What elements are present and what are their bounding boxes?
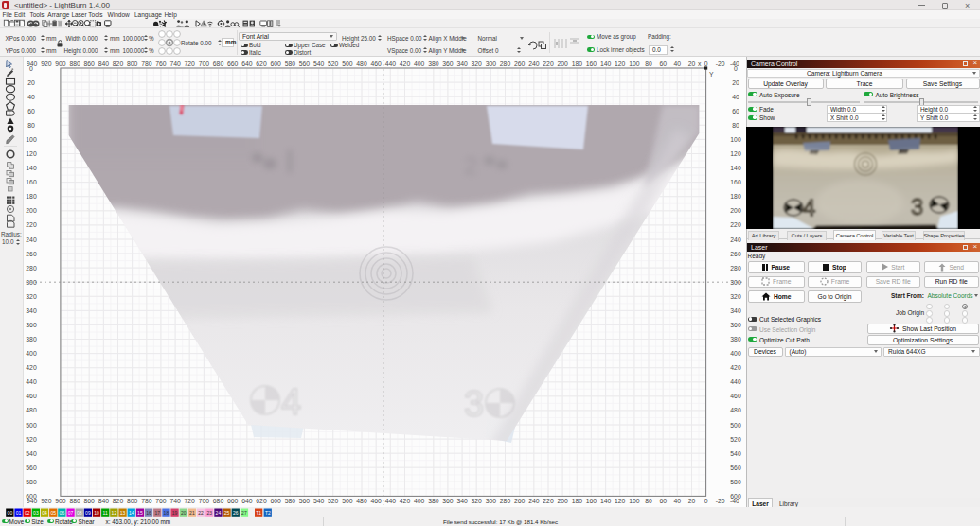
svg-text:600: 600 xyxy=(730,493,741,500)
svg-text:500: 500 xyxy=(342,498,353,504)
svg-text:900: 900 xyxy=(55,498,66,504)
svg-text:200: 200 xyxy=(557,498,568,504)
svg-text:480: 480 xyxy=(356,498,367,504)
svg-text:200: 200 xyxy=(557,61,568,67)
svg-text:200: 200 xyxy=(730,207,741,214)
svg-text:240: 240 xyxy=(528,498,540,504)
svg-text:25: 25 xyxy=(224,509,230,515)
svg-text:80: 80 xyxy=(732,122,739,129)
svg-text:540: 540 xyxy=(313,61,325,67)
svg-text:440: 440 xyxy=(385,61,397,67)
svg-text:05: 05 xyxy=(50,509,56,515)
svg-text:140: 140 xyxy=(600,498,612,504)
svg-text:27: 27 xyxy=(241,509,247,515)
svg-text:420: 420 xyxy=(400,498,411,504)
svg-text:580: 580 xyxy=(285,61,296,67)
svg-text:420: 420 xyxy=(730,364,741,371)
svg-text:760: 760 xyxy=(155,498,167,504)
svg-text:860: 860 xyxy=(84,498,96,504)
svg-text:440: 440 xyxy=(730,378,741,385)
svg-text:04: 04 xyxy=(42,509,47,515)
svg-text:540: 540 xyxy=(26,450,37,457)
svg-text:10: 10 xyxy=(94,509,99,515)
svg-text:360: 360 xyxy=(442,498,454,504)
svg-text:100: 100 xyxy=(26,136,37,143)
svg-text:240: 240 xyxy=(730,237,741,243)
svg-text:880: 880 xyxy=(69,61,80,67)
svg-text:60: 60 xyxy=(659,498,667,504)
svg-text:160: 160 xyxy=(586,498,597,504)
svg-text:880: 880 xyxy=(69,498,80,504)
svg-text:720: 720 xyxy=(185,61,196,67)
svg-text:480: 480 xyxy=(356,61,367,67)
svg-text:260: 260 xyxy=(514,498,526,504)
svg-text:20: 20 xyxy=(688,498,696,504)
svg-text:840: 840 xyxy=(98,498,110,504)
svg-text:640: 640 xyxy=(241,498,253,504)
svg-text:460: 460 xyxy=(371,498,383,504)
svg-text:16: 16 xyxy=(146,509,151,515)
svg-text:360: 360 xyxy=(26,322,37,328)
svg-text:14: 14 xyxy=(129,509,134,515)
svg-text:180: 180 xyxy=(730,193,741,200)
svg-text:0: 0 xyxy=(734,65,738,72)
svg-text:120: 120 xyxy=(26,150,37,157)
svg-text:Y: Y xyxy=(709,71,714,78)
svg-text:520: 520 xyxy=(730,436,741,443)
svg-text:19: 19 xyxy=(172,509,178,515)
svg-text:320: 320 xyxy=(26,293,37,300)
svg-text:140: 140 xyxy=(26,165,37,171)
svg-text:840: 840 xyxy=(98,61,110,67)
svg-text:08: 08 xyxy=(77,509,82,515)
svg-text:24: 24 xyxy=(216,509,222,515)
svg-text:400: 400 xyxy=(414,61,425,67)
svg-text:03: 03 xyxy=(33,509,39,515)
svg-text:26: 26 xyxy=(233,509,239,515)
svg-text:80: 80 xyxy=(645,61,652,67)
svg-text:380: 380 xyxy=(428,498,439,504)
svg-text:220: 220 xyxy=(543,498,554,504)
svg-text:15: 15 xyxy=(137,509,143,515)
svg-text:220: 220 xyxy=(543,61,554,67)
svg-text:160: 160 xyxy=(730,179,741,185)
svg-text:3: 3 xyxy=(911,194,923,219)
svg-text:21: 21 xyxy=(189,509,195,515)
svg-text:320: 320 xyxy=(472,61,483,67)
svg-text:600: 600 xyxy=(270,61,281,67)
svg-text:820: 820 xyxy=(113,61,124,67)
svg-text:100: 100 xyxy=(629,61,640,67)
svg-text:260: 260 xyxy=(514,61,526,67)
svg-text:920: 920 xyxy=(41,498,52,504)
svg-text:600: 600 xyxy=(270,498,281,504)
svg-text:20: 20 xyxy=(732,79,739,86)
svg-text:09: 09 xyxy=(85,509,91,515)
svg-text:620: 620 xyxy=(256,61,267,67)
svg-text:160: 160 xyxy=(26,179,37,185)
svg-text:380: 380 xyxy=(26,336,37,342)
svg-text:12: 12 xyxy=(112,509,117,515)
svg-text:07: 07 xyxy=(68,509,74,515)
svg-text:140: 140 xyxy=(730,165,741,171)
svg-text:380: 380 xyxy=(730,336,741,342)
svg-text:20: 20 xyxy=(27,79,35,86)
svg-text:500: 500 xyxy=(26,422,37,429)
svg-text:820: 820 xyxy=(113,498,124,504)
svg-text:800: 800 xyxy=(127,498,138,504)
svg-text:180: 180 xyxy=(572,61,583,67)
svg-text:620: 620 xyxy=(256,498,267,504)
svg-text:560: 560 xyxy=(26,465,37,471)
svg-text:580: 580 xyxy=(730,479,741,485)
svg-text:40: 40 xyxy=(732,94,739,100)
svg-text:480: 480 xyxy=(26,407,37,413)
svg-text:280: 280 xyxy=(500,498,511,504)
svg-text:160: 160 xyxy=(586,61,597,67)
svg-text:0: 0 xyxy=(29,65,33,72)
svg-text:580: 580 xyxy=(285,498,296,504)
svg-text:520: 520 xyxy=(328,61,339,67)
svg-text:340: 340 xyxy=(730,307,741,314)
svg-text:100: 100 xyxy=(629,498,640,504)
svg-text:540: 540 xyxy=(730,450,741,457)
svg-text:320: 320 xyxy=(472,498,483,504)
svg-text:540: 540 xyxy=(313,498,325,504)
svg-text:300: 300 xyxy=(486,498,497,504)
